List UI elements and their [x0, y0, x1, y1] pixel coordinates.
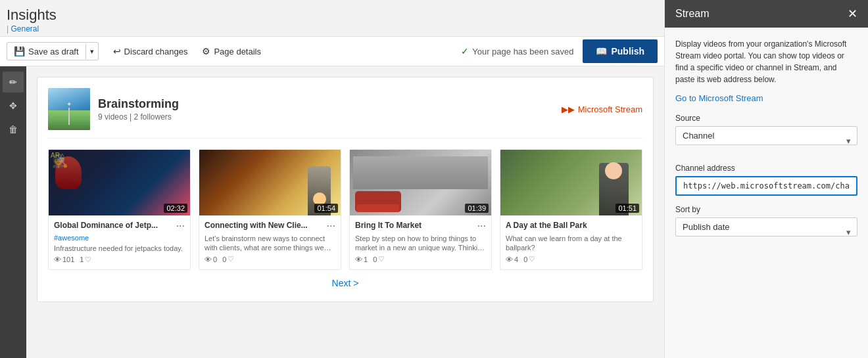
move-icon[interactable]: ✥	[3, 95, 24, 116]
video-title-4: A Day at the Ball Park	[506, 221, 637, 231]
video-thumbnail-3: 01:39	[350, 150, 491, 215]
panel-body: Display videos from your organization's …	[665, 28, 868, 358]
video-info-1: ··· Global Dominance of Jetp... #awesome…	[49, 215, 190, 269]
video-card[interactable]: 01:39 ··· Bring It To Market Step by ste…	[349, 149, 492, 270]
panel-description: Display videos from your organization's …	[675, 38, 857, 85]
channel-address-field: Channel address	[675, 164, 857, 205]
likes-icon-4: ♡	[529, 255, 535, 263]
video-title-1: Global Dominance of Jetp...	[54, 221, 185, 231]
channel-meta: 9 videos | 2 followers	[98, 112, 179, 122]
video-likes-4: 0 ♡	[523, 255, 535, 263]
views-icon-1: 👁	[54, 256, 61, 263]
video-card[interactable]: 01:54 ··· Connecting with New Clie... Le…	[199, 149, 341, 270]
pagination: Next >	[48, 270, 642, 291]
publish-icon: 📖	[596, 46, 607, 56]
save-icon: 💾	[14, 46, 25, 56]
video-likes-1: 1 ♡	[80, 256, 91, 264]
video-duration-2: 01:54	[314, 204, 338, 213]
saved-status: ✓ Your page has been saved	[461, 46, 573, 56]
edit-icon[interactable]: ✏	[3, 72, 24, 93]
video-duration-3: 01:39	[465, 204, 489, 213]
video-card[interactable]: 01:51 A Day at the Ball Park What can we…	[500, 149, 642, 270]
video-duration-4: 01:51	[615, 204, 639, 213]
page-canvas: ✦ Brainstorming 9 videos | 2 followers ▶…	[26, 66, 664, 358]
source-select[interactable]: Channel Video Top Videos	[675, 126, 857, 145]
likes-icon-3: ♡	[378, 255, 385, 263]
video-thumbnail-2: 01:54	[199, 150, 341, 215]
sort-by-field: Sort by Publish date View count Like cou…	[675, 205, 857, 246]
next-link[interactable]: Next >	[332, 278, 359, 288]
content-area: ✏ ✥ 🗑 ✦	[0, 66, 664, 358]
video-views-3: 👁 1	[355, 256, 368, 263]
views-icon-3: 👁	[355, 256, 362, 263]
likes-icon-1: ♡	[85, 256, 91, 264]
video-grid: 🕵 AR△ 02:32 ··· Global Dominance of Jetp…	[48, 149, 642, 270]
video-tag-1: #awesome	[54, 234, 185, 242]
panel-close-button[interactable]: ✕	[848, 8, 857, 20]
video-title-2: Connecting with New Clie...	[205, 221, 335, 231]
video-more-btn-1[interactable]: ···	[176, 221, 185, 231]
channel-header: ✦ Brainstorming 9 videos | 2 followers ▶…	[48, 88, 642, 139]
panel-header: Stream ✕	[665, 0, 868, 28]
video-likes-2: 0 ♡	[222, 255, 234, 263]
save-draft-button[interactable]: 💾 Save as draft	[7, 43, 85, 60]
ms-stream-link[interactable]: ▶▶ Microsoft Stream	[562, 104, 642, 114]
channel-thumbnail: ✦	[48, 88, 90, 130]
views-icon-2: 👁	[205, 256, 212, 263]
discard-changes-button[interactable]: ↩ Discard changes	[107, 43, 195, 60]
breadcrumb[interactable]: General	[7, 24, 39, 34]
video-desc-2: Let's brainstorm new ways to connect wit…	[205, 234, 335, 253]
video-info-2: ··· Connecting with New Clie... Let's br…	[199, 215, 341, 269]
video-views-4: 👁 4	[506, 256, 518, 263]
panel-title: Stream	[675, 8, 710, 20]
right-panel: Stream ✕ Display videos from your organi…	[664, 0, 868, 358]
source-select-wrapper: Channel Video Top Videos	[675, 126, 857, 154]
stream-webpart: ✦ Brainstorming 9 videos | 2 followers ▶…	[37, 77, 654, 302]
video-desc-1: Infrastructure needed for jetpacks today…	[54, 244, 185, 253]
video-card[interactable]: 🕵 AR△ 02:32 ··· Global Dominance of Jetp…	[48, 149, 191, 270]
video-views-2: 👁 0	[205, 256, 217, 263]
save-draft-group: 💾 Save as draft ▾	[7, 42, 99, 60]
video-likes-3: 0 ♡	[373, 255, 385, 263]
toolbar: 💾 Save as draft ▾ ↩ Discard changes ⚙ Pa…	[0, 36, 664, 66]
video-thumbnail-1: 🕵 AR△ 02:32	[49, 150, 190, 215]
video-desc-4: What can we learn from a day at the ball…	[506, 234, 637, 253]
discard-icon: ↩	[113, 46, 121, 56]
video-more-btn-3[interactable]: ···	[477, 221, 486, 231]
page-details-button[interactable]: ⚙ Page details	[195, 43, 268, 60]
stream-play-icon: ▶▶	[562, 104, 575, 114]
channel-name: Brainstorming	[98, 97, 179, 111]
video-desc-3: Step by step on how to bring things to m…	[355, 234, 486, 253]
save-draft-dropdown[interactable]: ▾	[85, 44, 98, 59]
video-stats-2: 👁 0 0 ♡	[205, 255, 335, 263]
source-label: Source	[675, 114, 857, 123]
video-info-3: ··· Bring It To Market Step by step on h…	[350, 215, 491, 269]
video-info-4: A Day at the Ball Park What can we learn…	[500, 215, 642, 269]
video-duration-1: 02:32	[164, 204, 187, 213]
channel-info: ✦ Brainstorming 9 videos | 2 followers	[48, 88, 179, 130]
video-stats-4: 👁 4 0 ♡	[506, 255, 637, 263]
channel-address-label: Channel address	[675, 164, 857, 173]
sort-by-select[interactable]: Publish date View count Like count	[675, 217, 857, 236]
source-field: Source Channel Video Top Videos	[675, 114, 857, 154]
video-stats-1: 👁 101 1 ♡	[54, 256, 185, 264]
page-header: Insights General	[0, 0, 664, 36]
channel-address-input[interactable]	[675, 176, 857, 196]
check-icon: ✓	[461, 46, 469, 56]
sort-by-label: Sort by	[675, 205, 857, 214]
toolbar-left: 💾 Save as draft ▾ ↩ Discard changes ⚙ Pa…	[7, 42, 458, 60]
page-details-icon: ⚙	[202, 46, 210, 56]
channel-text: Brainstorming 9 videos | 2 followers	[98, 97, 179, 122]
likes-icon-2: ♡	[228, 255, 234, 263]
sort-by-select-wrapper: Publish date View count Like count	[675, 217, 857, 246]
left-sidebar: ✏ ✥ 🗑	[0, 66, 26, 358]
delete-icon[interactable]: 🗑	[3, 119, 24, 140]
video-stats-3: 👁 1 0 ♡	[355, 255, 486, 263]
publish-button[interactable]: 📖 Publish	[583, 39, 658, 63]
video-title-3: Bring It To Market	[355, 221, 486, 231]
video-views-1: 👁 101	[54, 256, 74, 263]
views-icon-4: 👁	[506, 256, 513, 263]
page-title: Insights	[7, 7, 651, 24]
video-more-btn-2[interactable]: ···	[327, 221, 335, 231]
go-to-stream-link[interactable]: Go to Microsoft Stream	[675, 93, 857, 103]
